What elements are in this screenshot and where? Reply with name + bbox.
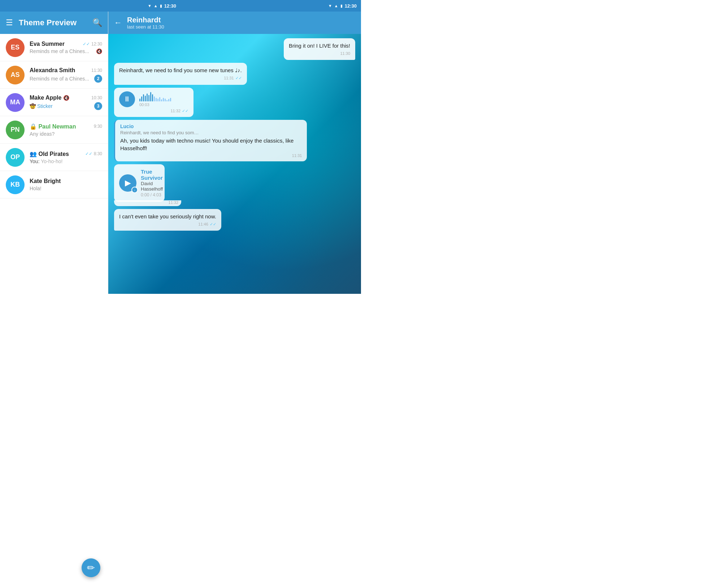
right-panel: ← Reinhardt last seen at 11:30 Bring it … [108, 12, 361, 294]
waveform: 00:03 [139, 91, 188, 107]
song-artist: David Hasselhoff [141, 181, 163, 192]
right-header: ← Reinhardt last seen at 11:30 [108, 12, 361, 34]
avatar-alexandra-smith: AS [6, 66, 25, 84]
song-progress: 0:00 / 4:03 [141, 192, 163, 197]
mute-label-icon: 🔇 [63, 95, 69, 101]
contact-status: last seen at 11:30 [127, 24, 355, 30]
message-text-1: Bring it on! I LIVE for this! [289, 43, 350, 49]
msg-time-2: 11:31 [224, 75, 234, 81]
msg-time-6: 11:46 [198, 222, 208, 227]
chat-name-make-apple: Make Apple 🔇 [30, 95, 69, 101]
chat-time-eva-summer: ✓✓ 12:30 [83, 42, 102, 47]
double-check-icon: ✓✓ [83, 42, 90, 47]
main-layout: ☰ Theme Preview 🔍 ES Eva Summer ✓✓ 12:30 [0, 12, 361, 294]
avatar-paul-newman: PN [6, 121, 25, 139]
badge-alexandra-smith: 2 [94, 75, 102, 83]
contact-name: Reinhardt [127, 16, 355, 24]
status-bar-left: ▼ ▲ ▮ 12:30 [0, 0, 180, 12]
left-header: ☰ Theme Preview 🔍 [0, 12, 108, 34]
reply-author: Lucio [120, 123, 302, 129]
back-icon[interactable]: ← [114, 18, 122, 27]
signal-icon: ▲ [154, 4, 158, 8]
bar [150, 92, 151, 101]
chat-info-make-apple: Make Apple 🔇 10:30 🤠 Sticker 3 [30, 95, 102, 110]
bar [170, 98, 171, 101]
search-icon[interactable]: 🔍 [92, 18, 102, 27]
chat-name-kate-bright: Kate Bright [30, 178, 61, 184]
chat-info-eva-summer: Eva Summer ✓✓ 12:30 Reminds me of a Chin… [30, 41, 102, 54]
menu-icon[interactable]: ☰ [6, 18, 13, 27]
avatar-eva-summer: ES [6, 38, 25, 57]
message-text-6: I can't even take you seriously right no… [119, 213, 216, 219]
bar [154, 96, 155, 101]
avatar-make-apple: MA [6, 93, 25, 112]
battery-icon: ▮ [160, 4, 162, 8]
message-text-4: Ah, you kids today with techno music! Yo… [120, 137, 302, 152]
chat-name-paul-newman: 🔒 Paul Newman [30, 123, 76, 130]
chat-name-old-pirates: 👥 Old Pirates [30, 151, 69, 157]
chat-time-old-pirates: ✓✓ 8:30 [85, 151, 102, 156]
bar [157, 99, 158, 101]
chat-preview-old-pirates: You: Yo-ho-ho! [30, 158, 102, 164]
chat-list: ES Eva Summer ✓✓ 12:30 Reminds me of a C… [0, 34, 108, 294]
msg-check-3: ✓✓ [182, 109, 188, 113]
chat-background: Bring it on! I LIVE for this! 11:30 Rein… [108, 34, 361, 294]
music-info: True Survivor David Hasselhoff 0:00 / 4:… [141, 169, 163, 197]
bar [143, 94, 144, 101]
chat-time-paul-newman: 9:30 [94, 124, 102, 129]
message-audio-3: ⏸ [114, 88, 193, 117]
signal-icon-right: ▲ [334, 4, 338, 8]
message-music-5: ▶ ↓ True Survivor David Hasselhoff 0:00 … [114, 164, 181, 206]
chat-preview-alexandra-smith: Reminds me of a Chines... [30, 76, 94, 82]
bar [148, 95, 149, 101]
message-reply-4: Lucio Reinhardt, we need to find you som… [114, 120, 307, 161]
chat-preview-paul-newman: Any ideas? [30, 131, 102, 137]
msg-time-4: 11:31 [292, 153, 302, 158]
bar [147, 93, 148, 101]
reply-quoted: Reinhardt, we need to find you som… [120, 130, 302, 135]
time-right: 12:30 [345, 3, 357, 9]
message-1: Bring it on! I LIVE for this! 11:30 [284, 38, 355, 60]
chat-time-alexandra-smith: 11:30 [91, 68, 102, 73]
play-icon: ▶ [125, 178, 131, 188]
msg-time-5: 11:32 [169, 200, 179, 205]
chat-preview-make-apple: 🤠 Sticker [30, 103, 94, 109]
mute-icon: 🔇 [96, 48, 102, 54]
wifi-icon-right: ▼ [328, 4, 332, 8]
chat-name-alexandra-smith: Alexandra Smith [30, 67, 75, 74]
chat-item-eva-summer[interactable]: ES Eva Summer ✓✓ 12:30 Reminds me of a C… [0, 34, 108, 61]
message-text-2: Reinhardt, we need to find you some new … [119, 67, 242, 73]
pause-icon: ⏸ [123, 95, 131, 103]
bar [166, 100, 168, 101]
bar [156, 98, 157, 101]
contact-info[interactable]: Reinhardt last seen at 11:30 [127, 16, 355, 30]
msg-check-6: ✓✓ [210, 222, 216, 227]
chat-info-alexandra-smith: Alexandra Smith 11:30 Reminds me of a Ch… [30, 67, 102, 83]
chat-item-paul-newman[interactable]: PN 🔒 Paul Newman 9:30 Any ideas? [0, 116, 108, 144]
badge-make-apple: 3 [94, 102, 102, 110]
music-play-button[interactable]: ▶ ↓ [119, 174, 136, 192]
bar [163, 98, 164, 101]
bar [152, 94, 153, 101]
chat-name-eva-summer: Eva Summer [30, 41, 65, 47]
message-2: Reinhardt, we need to find you some new … [114, 63, 247, 84]
bar [161, 99, 162, 101]
left-panel: ☰ Theme Preview 🔍 ES Eva Summer ✓✓ 12:30 [0, 12, 108, 294]
music-bubble: ▶ ↓ True Survivor David Hasselhoff 0:00 … [114, 164, 165, 202]
pause-button[interactable]: ⏸ [119, 91, 135, 107]
chat-info-paul-newman: 🔒 Paul Newman 9:30 Any ideas? [30, 123, 102, 137]
msg-time-3: 11:32 [170, 109, 180, 113]
chat-item-alexandra-smith[interactable]: AS Alexandra Smith 11:30 Reminds me of a… [0, 61, 108, 89]
avatar-old-pirates: OP [6, 148, 25, 167]
wifi-icon: ▼ [148, 4, 152, 8]
chat-item-kate-bright[interactable]: KB Kate Bright Hola! [0, 171, 108, 199]
avatar-kate-bright: KB [6, 175, 25, 194]
status-bar: ▼ ▲ ▮ 12:30 ▼ ▲ ▮ 12:30 [0, 0, 361, 12]
app-title: Theme Preview [19, 18, 87, 27]
chat-item-old-pirates[interactable]: OP 👥 Old Pirates ✓✓ 8:30 You: Yo-ho-ho! [0, 144, 108, 171]
chat-item-make-apple[interactable]: MA Make Apple 🔇 10:30 🤠 Sticker 3 [0, 89, 108, 116]
chat-preview-eva-summer: Reminds me of a Chines... [30, 48, 96, 54]
chat-info-kate-bright: Kate Bright Hola! [30, 178, 102, 191]
audio-duration: 00:03 [139, 103, 188, 107]
download-icon[interactable]: ↓ [131, 187, 138, 193]
